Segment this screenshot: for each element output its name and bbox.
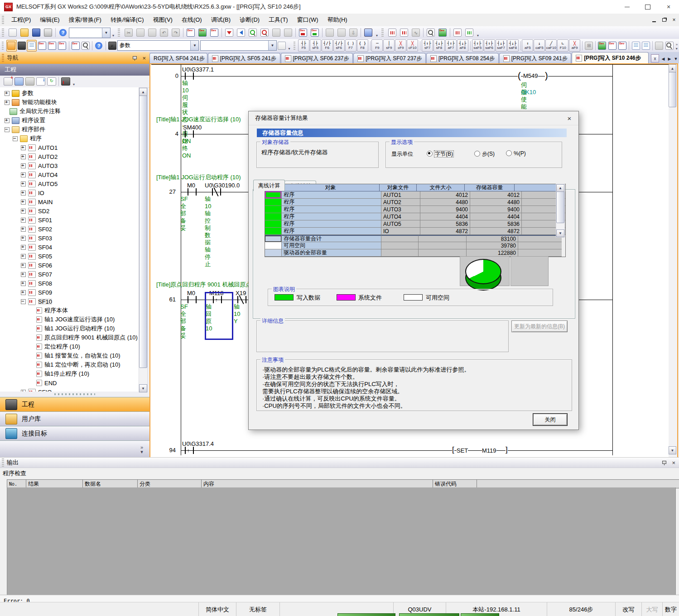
menu-search-replace[interactable]: 搜索/替换(F) (64, 14, 106, 26)
tab-sf08[interactable]: [PRG]写入 SF08 254步 (426, 53, 499, 63)
closed-contact[interactable] (237, 296, 246, 303)
undo-button[interactable]: ↶ (158, 27, 170, 38)
pc-monitor-button[interactable] (362, 27, 374, 38)
ladder-key-cf10[interactable]: ╳cF10 (407, 39, 418, 52)
nav-button-project[interactable]: 工程 (0, 397, 149, 412)
ladder-key-f5[interactable]: ┤├F5 (298, 39, 309, 52)
scroll-thumb[interactable] (139, 96, 147, 368)
filter-icon[interactable] (61, 77, 70, 86)
module-config-button[interactable] (17, 40, 27, 52)
table-scrollbar[interactable]: ▲ ▼ (556, 184, 565, 238)
menu-help[interactable]: 帮助(H) (323, 14, 352, 26)
tree-item-sf06[interactable]: +SF06 (0, 261, 52, 270)
tab-scroll-right-icon[interactable]: ▶ (666, 55, 673, 62)
ladder-key-f9[interactable]: ─F9 (371, 39, 383, 52)
device-comment-button[interactable] (37, 40, 47, 52)
update-info-button[interactable]: 更新为最新的信息(B) (511, 320, 568, 332)
tree-item-alarm-reset[interactable]: 轴1 报警复位，自动复位 (10) (0, 351, 120, 360)
table-row[interactable]: 程序 AUTO5 5836 5836 (265, 220, 565, 228)
toolbar-overflow-4[interactable]: ▾ (287, 41, 291, 51)
watch-start-button[interactable] (425, 27, 437, 38)
chevron-down-icon[interactable]: ▼ (190, 41, 198, 50)
tree-item-sf01[interactable]: +SF01 (0, 215, 52, 224)
expand-icon[interactable]: + (21, 145, 26, 150)
table-row[interactable]: 程序 AUTO2 4480 4480 (265, 199, 565, 206)
monitor-resume-button[interactable] (282, 27, 294, 38)
expand-icon[interactable]: + (21, 281, 26, 286)
ladder-key-caf5[interactable]: ↓caF5 (534, 39, 545, 52)
pin-icon[interactable] (662, 461, 666, 465)
edit-comment-button[interactable] (597, 40, 607, 52)
expand-icon[interactable]: + (21, 236, 26, 241)
close-dialog-button[interactable]: 关闭 (533, 414, 567, 425)
help2-button[interactable]: ? (94, 40, 104, 52)
monitor-start-button[interactable] (247, 27, 259, 38)
scroll-down-icon[interactable]: ▼ (556, 229, 564, 237)
device-statement-button[interactable] (47, 40, 57, 52)
tree-item-sf10[interactable]: −SF10 (0, 297, 52, 306)
monitor-stop-button[interactable] (259, 27, 270, 38)
tree-item-jog-speed[interactable]: 轴1 JOG速度运行选择 (10) (0, 315, 115, 324)
ladder-key-saf7[interactable]: ┤↓├saF7 (496, 39, 507, 52)
ladder-key-af7[interactable]: ┤↑├aF7 (445, 39, 457, 52)
output-table-body[interactable] (7, 487, 676, 595)
closed-contact[interactable] (212, 188, 221, 196)
tree-item-auto2[interactable]: +AUTO2 (0, 152, 58, 161)
toolbar-overflow-5[interactable]: »▾ (674, 41, 679, 51)
tree-item-sf07[interactable]: +SF07 (0, 270, 52, 279)
panel-splitter[interactable] (0, 392, 149, 397)
expand-icon[interactable]: + (21, 154, 26, 159)
tree-item-sf05[interactable]: +SF05 (0, 252, 52, 261)
mdi-close-button[interactable]: × (669, 16, 679, 24)
table-row[interactable]: 程序 AUTO4 4404 4404 (265, 213, 565, 220)
ladder-monitor-button[interactable] (386, 27, 398, 38)
collapse-icon[interactable]: − (13, 136, 18, 141)
monitor-pause-button[interactable] (270, 27, 282, 38)
tab-sf10-active[interactable]: [PRG]写入 SF10 246步 (572, 52, 649, 63)
device-display-button[interactable] (71, 40, 81, 52)
remote-stop-button[interactable] (336, 27, 347, 38)
menu-window[interactable]: 窗口(W) (293, 14, 323, 26)
scroll-up-icon[interactable]: ▲ (556, 184, 564, 192)
ladder-key-sf8[interactable]: ┤↓├sF8 (433, 39, 445, 52)
menu-convert-compile[interactable]: 转换/编译(C) (106, 14, 149, 26)
inline-st-button[interactable]: ⊞ (584, 40, 594, 52)
scroll-thumb[interactable] (669, 72, 676, 107)
mdi-restore-button[interactable] (659, 16, 669, 24)
toolbar-overflow-3[interactable]: ▾ (475, 28, 481, 38)
tab-close-icon[interactable]: x (651, 54, 659, 62)
ladder-key-sf5[interactable]: ┤├sF5 (310, 39, 321, 52)
ladder-key-cf9[interactable]: ╳cF9 (395, 39, 406, 52)
program-check-button[interactable] (664, 40, 674, 52)
ladder-key-f6[interactable]: ┤/├F6 (322, 39, 333, 52)
device-red-button[interactable] (297, 27, 309, 38)
edit-statement-button[interactable] (607, 40, 617, 52)
tab-offline-calc[interactable]: 离线计算 (253, 180, 285, 191)
tree-item-jog-start[interactable]: 轴1 JOG运行启动程序 (10) (0, 324, 115, 333)
trace-green-button[interactable] (463, 27, 475, 38)
tree-item-sf08[interactable]: +SF08 (0, 279, 52, 288)
nav-overflow-area[interactable]: »▾ (0, 440, 149, 458)
dialog-close-icon[interactable]: × (560, 115, 578, 122)
menu-debug[interactable]: 调试(B) (207, 14, 235, 26)
refresh-icon[interactable]: ↻ (47, 77, 56, 86)
ladder-key-f8[interactable]: { }F8 (357, 39, 368, 52)
editor-scrollbar[interactable]: ▲ ▼ (669, 63, 678, 458)
trace-red-button[interactable] (452, 27, 463, 38)
tree-item-home-return[interactable]: 原点回归程序 9001 机械回原点 (10) (0, 333, 138, 342)
tree-item-program-folder[interactable]: −程序 (0, 134, 42, 143)
tree-item-parameter[interactable]: +参数 (0, 89, 34, 98)
find-target-combo[interactable]: 参数▼ (117, 40, 199, 51)
tree-item-sf04[interactable]: +SF04 (0, 243, 52, 252)
toolbar-overflow-2[interactable]: ▾ (374, 28, 380, 38)
scroll-down-icon[interactable]: ▼ (669, 446, 676, 454)
paste-button[interactable] (146, 27, 158, 38)
expand-icon[interactable]: + (5, 91, 10, 96)
collapse-icon[interactable]: − (21, 299, 26, 304)
nav-button-user-library[interactable]: 用户库 (0, 411, 149, 426)
tab-list-icon[interactable]: ▼ (673, 55, 679, 62)
open-contact[interactable] (185, 130, 194, 138)
open-contact[interactable] (188, 188, 197, 196)
menu-tools[interactable]: 工具(T) (264, 14, 293, 26)
expand-icon[interactable]: + (21, 181, 26, 186)
